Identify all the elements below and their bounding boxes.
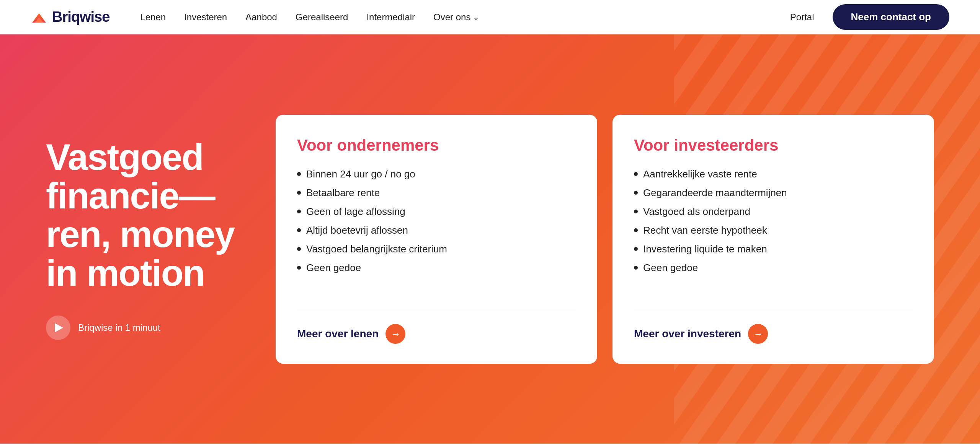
card-investors-footer: Meer over investeren →	[634, 310, 913, 344]
list-item: Geen of lage aflossing	[297, 206, 576, 218]
bullet-icon	[297, 228, 301, 232]
hero-left: Vastgoed financie— ren, money in motion …	[46, 138, 245, 340]
nav-intermediair[interactable]: Intermediair	[366, 12, 415, 23]
video-label: Briqwise in 1 minuut	[78, 322, 160, 333]
bullet-icon	[634, 210, 638, 213]
nav-aanbod[interactable]: Aanbod	[245, 12, 277, 23]
list-item: Geen gedoe	[634, 262, 913, 274]
bullet-icon	[297, 191, 301, 195]
list-item: Binnen 24 uur go / no go	[297, 168, 576, 180]
nav-lenen[interactable]: Lenen	[140, 12, 166, 23]
lenen-arrow-button[interactable]: →	[385, 324, 405, 344]
list-item: Vastgoed als onderpand	[634, 206, 913, 218]
nav-gerealiseerd[interactable]: Gerealiseerd	[296, 12, 348, 23]
navbar: Briqwise Lenen Investeren Aanbod Gereali…	[0, 0, 980, 34]
bullet-icon	[634, 172, 638, 176]
card-entrepreneurs: Voor ondernemers Binnen 24 uur go / no g…	[276, 115, 597, 364]
cards-area: Voor ondernemers Binnen 24 uur go / no g…	[276, 115, 934, 364]
list-item: Gegarandeerde maandtermijnen	[634, 187, 913, 199]
play-triangle	[55, 323, 63, 332]
card-investors: Voor investeerders Aantrekkelijke vaste …	[612, 115, 934, 364]
logo[interactable]: Briqwise	[31, 9, 109, 26]
meer-over-lenen-link[interactable]: Meer over lenen	[297, 328, 379, 340]
contact-button[interactable]: Neem contact op	[833, 4, 950, 30]
list-item: Vastgoed belangrijkste criterium	[297, 243, 576, 255]
bullet-icon	[634, 191, 638, 195]
list-item: Betaalbare rente	[297, 187, 576, 199]
list-item: Recht van eerste hypotheek	[634, 224, 913, 236]
nav-links: Lenen Investeren Aanbod Gerealiseerd Int…	[140, 12, 790, 23]
list-item: Altijd boetevrij aflossen	[297, 224, 576, 236]
chevron-down-icon: ⌄	[473, 13, 479, 22]
list-item: Investering liquide te maken	[634, 243, 913, 255]
card-entrepreneurs-title: Voor ondernemers	[297, 136, 576, 155]
bullet-icon	[634, 266, 638, 270]
nav-over-ons[interactable]: Over ons ⌄	[433, 12, 479, 23]
bullet-icon	[297, 247, 301, 251]
bullet-icon	[297, 172, 301, 176]
hero-section: Vastgoed financie— ren, money in motion …	[0, 34, 980, 444]
hero-title: Vastgoed financie— ren, money in motion	[46, 138, 245, 292]
portal-link[interactable]: Portal	[790, 12, 814, 23]
arrow-right-icon: →	[753, 329, 763, 339]
bullet-icon	[297, 210, 301, 213]
bullet-icon	[634, 247, 638, 251]
bullet-icon	[297, 266, 301, 270]
play-icon[interactable]	[46, 316, 70, 340]
meer-over-investeren-link[interactable]: Meer over investeren	[634, 328, 741, 340]
logo-text: Briqwise	[52, 9, 109, 25]
list-item: Geen gedoe	[297, 262, 576, 274]
list-item: Aantrekkelijke vaste rente	[634, 168, 913, 180]
nav-right: Portal Neem contact op	[790, 4, 949, 30]
investeren-arrow-button[interactable]: →	[748, 324, 768, 344]
video-button[interactable]: Briqwise in 1 minuut	[46, 316, 245, 340]
card-investors-title: Voor investeerders	[634, 136, 913, 155]
card-investors-list: Aantrekkelijke vaste rente Gegarandeerde…	[634, 168, 913, 296]
arrow-right-icon: →	[391, 329, 401, 339]
card-entrepreneurs-footer: Meer over lenen →	[297, 310, 576, 344]
briqwise-logo-icon	[31, 9, 47, 26]
card-entrepreneurs-list: Binnen 24 uur go / no go Betaalbare rent…	[297, 168, 576, 296]
nav-investeren[interactable]: Investeren	[184, 12, 227, 23]
bullet-icon	[634, 228, 638, 232]
